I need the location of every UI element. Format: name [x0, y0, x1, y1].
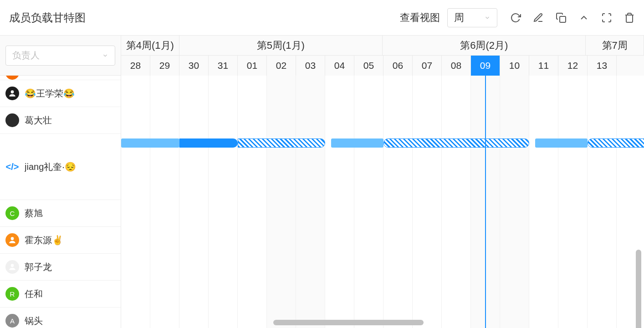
gantt-row — [121, 76, 644, 80]
header-right: 查看视图 周 — [400, 8, 635, 27]
gantt-header: 第4周(1月)第5周(1月)第6周(2月)第7周 282930310102030… — [121, 36, 644, 76]
day-cell[interactable]: 31 — [209, 56, 238, 76]
refresh-icon[interactable] — [510, 12, 521, 23]
view-select-value: 周 — [454, 11, 464, 25]
gantt-row — [121, 80, 644, 107]
svg-point-3 — [11, 264, 14, 267]
member-name: 😂王学荣😂 — [25, 87, 75, 100]
copy-icon[interactable] — [556, 12, 567, 23]
gantt-row — [121, 107, 644, 134]
gantt-bar[interactable] — [535, 138, 588, 148]
gantt-row — [121, 281, 644, 308]
day-cell[interactable]: 13 — [588, 56, 617, 76]
avatar: C — [5, 206, 19, 220]
gantt-row — [121, 227, 644, 254]
collapse-icon[interactable] — [578, 12, 589, 23]
day-cell[interactable]: 10 — [500, 56, 529, 76]
member-row[interactable]: C蔡旭 — [0, 200, 121, 227]
day-cell[interactable]: 12 — [558, 56, 588, 76]
avatar: </> — [5, 160, 19, 174]
member-name: 锅头 — [25, 315, 43, 327]
fullscreen-icon[interactable] — [601, 12, 612, 23]
avatar — [5, 113, 19, 127]
day-row: 2829303101020304050607080910111213 — [121, 56, 644, 76]
day-cell[interactable]: 11 — [529, 56, 558, 76]
avatar — [5, 87, 19, 100]
sidebar: 负责人 😂王学荣😂葛大壮</>jiang礼奎·😔C蔡旭霍东源✌️郭子龙R任和A锅… — [0, 36, 121, 328]
header: 成员负载甘特图 查看视图 周 — [0, 0, 644, 36]
member-row[interactable]: A锅头 — [0, 308, 121, 328]
chevron-down-icon — [484, 15, 491, 21]
edit-icon[interactable] — [533, 12, 544, 23]
gantt-bar[interactable] — [588, 138, 644, 148]
sidebar-header: 负责人 — [0, 36, 121, 76]
avatar — [5, 76, 19, 80]
member-row[interactable] — [0, 76, 121, 80]
gantt-row — [121, 134, 644, 200]
main: 负责人 😂王学荣😂葛大壮</>jiang礼奎·😔C蔡旭霍东源✌️郭子龙R任和A锅… — [0, 36, 644, 328]
member-row[interactable]: 霍东源✌️ — [0, 227, 121, 254]
delete-icon[interactable] — [624, 12, 635, 23]
gantt-bar[interactable] — [121, 138, 179, 148]
today-line — [485, 76, 486, 328]
week-cell: 第7周 — [586, 36, 644, 56]
day-cell[interactable]: 05 — [354, 56, 383, 76]
avatar: A — [5, 314, 19, 328]
member-row[interactable]: R任和 — [0, 281, 121, 308]
member-list[interactable]: 😂王学荣😂葛大壮</>jiang礼奎·😔C蔡旭霍东源✌️郭子龙R任和A锅头 — [0, 76, 121, 328]
member-name: 郭子龙 — [25, 261, 52, 273]
day-cell[interactable]: 03 — [296, 56, 325, 76]
gantt-bar[interactable] — [238, 138, 325, 148]
svg-point-1 — [11, 90, 14, 93]
page-title: 成员负载甘特图 — [9, 10, 86, 25]
horizontal-scrollbar[interactable] — [273, 320, 424, 325]
week-cell: 第4周(1月) — [121, 36, 179, 56]
svg-rect-0 — [560, 16, 566, 22]
day-cell[interactable]: 28 — [121, 56, 150, 76]
day-cell[interactable]: 08 — [442, 56, 471, 76]
gantt-row — [121, 254, 644, 281]
gantt-bar[interactable] — [179, 138, 238, 148]
view-select[interactable]: 周 — [447, 8, 497, 27]
gantt-body[interactable] — [121, 76, 644, 328]
view-label: 查看视图 — [400, 11, 440, 25]
gantt-bar[interactable] — [383, 138, 529, 148]
day-cell[interactable]: 04 — [325, 56, 354, 76]
day-cell[interactable]: 30 — [179, 56, 209, 76]
day-cell[interactable]: 06 — [383, 56, 413, 76]
week-cell: 第5周(1月) — [179, 36, 383, 56]
member-name: 霍东源✌️ — [25, 234, 63, 246]
avatar — [5, 233, 19, 247]
vertical-scrollbar[interactable] — [636, 250, 641, 328]
day-cell[interactable]: 07 — [413, 56, 442, 76]
day-cell[interactable]: 02 — [267, 56, 296, 76]
member-row[interactable]: 郭子龙 — [0, 254, 121, 281]
gantt-area: 第4周(1月)第5周(1月)第6周(2月)第7周 282930310102030… — [121, 36, 644, 328]
svg-point-2 — [11, 237, 14, 240]
member-name: 葛大壮 — [25, 114, 52, 127]
week-cell: 第6周(2月) — [383, 36, 586, 56]
toolbar-icons — [510, 12, 635, 23]
gantt-row — [121, 200, 644, 227]
member-name: 蔡旭 — [25, 207, 43, 220]
member-row[interactable]: 😂王学荣😂 — [0, 80, 121, 107]
member-row[interactable]: 葛大壮 — [0, 107, 121, 134]
week-row: 第4周(1月)第5周(1月)第6周(2月)第7周 — [121, 36, 644, 56]
gantt-bar[interactable] — [331, 138, 383, 148]
day-cell[interactable]: 01 — [238, 56, 267, 76]
day-cell-today[interactable]: 09 — [471, 56, 500, 76]
avatar — [5, 260, 19, 274]
member-row[interactable]: </>jiang礼奎·😔 — [0, 134, 121, 200]
chevron-down-icon — [102, 52, 108, 59]
member-name: 任和 — [25, 288, 43, 300]
gantt-rows — [121, 76, 644, 328]
owner-select-placeholder: 负责人 — [12, 49, 40, 62]
day-cell[interactable]: 29 — [150, 56, 179, 76]
member-name: jiang礼奎·😔 — [25, 161, 76, 173]
owner-select[interactable]: 负责人 — [5, 46, 115, 66]
avatar: R — [5, 287, 19, 301]
day-cell[interactable] — [617, 56, 644, 76]
